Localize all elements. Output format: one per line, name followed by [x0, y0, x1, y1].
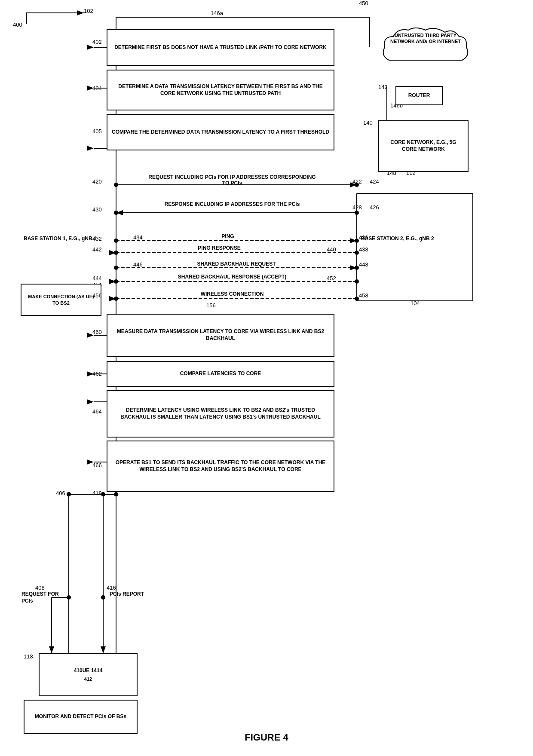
- step-466-box: OPERATE BS1 TO SEND ITS BACKHAUL TRAFFIC…: [107, 441, 334, 492]
- ref-406: 406: [56, 490, 65, 496]
- ue1-inner-label: UE 1: [83, 667, 94, 674]
- svg-point-30: [355, 251, 359, 255]
- svg-point-23: [355, 211, 359, 215]
- svg-point-26: [114, 239, 118, 243]
- ref-414-inner: 414: [94, 667, 102, 674]
- ref-442: 442: [92, 246, 102, 253]
- pcis-report-label: PCIs REPORT: [110, 591, 144, 598]
- svg-point-27: [355, 239, 359, 243]
- step-464-box: DETERMINE LATENCY USING WIRELESS LINK TO…: [107, 390, 334, 438]
- svg-point-51: [67, 595, 71, 600]
- router-box: ROUTER: [395, 86, 443, 105]
- ref-432: 432: [92, 236, 102, 242]
- ref-408: 408: [35, 585, 45, 591]
- ref-142: 142: [378, 84, 388, 90]
- make-connection-box: MAKE CONNECTION (AS UE) TO BS2: [21, 284, 101, 316]
- ue1-box: 410 UE 1 414 412: [39, 653, 138, 696]
- svg-point-36: [355, 279, 359, 284]
- svg-point-33: [355, 266, 359, 270]
- svg-point-46: [67, 492, 71, 496]
- svg-point-32: [114, 266, 118, 270]
- step-405-box: COMPARE THE DETERMINED DATA TRANSMISSION…: [107, 114, 334, 150]
- wireless-connection-label: WIRELESS CONNECTION: [150, 291, 314, 297]
- untrusted-network-label: UNTRUSTED THIRD PARTY NETWORK AND/ OR IN…: [387, 32, 464, 45]
- step-420-label: REQUEST INCLUDING PCIs FOR IP ADDRESSES …: [146, 174, 318, 186]
- ref-452: 452: [327, 275, 336, 282]
- ref-148: 148: [387, 170, 396, 176]
- ref-416: 416: [107, 585, 116, 591]
- ref-426: 426: [370, 204, 379, 211]
- ref-400: 400: [13, 21, 22, 28]
- ref-460: 460: [92, 329, 102, 335]
- ping-label: PING: [185, 233, 271, 239]
- svg-point-20: [114, 183, 118, 187]
- ref-464: 464: [92, 408, 102, 415]
- svg-point-35: [114, 279, 118, 284]
- untrusted-network-cloud: UNTRUSTED THIRD PARTY NETWORK AND/ OR IN…: [383, 26, 469, 82]
- svg-point-48: [67, 492, 71, 496]
- ref-420: 420: [92, 178, 102, 185]
- ref-112: 112: [406, 170, 416, 176]
- ref-428: 428: [352, 204, 362, 211]
- ref-466: 466: [92, 462, 102, 468]
- diagram-container: 146a 146b: [0, 0, 533, 756]
- step-460-box: MEASURE DATA TRANSMISSION LATENCY TO COR…: [107, 314, 334, 357]
- bs1-label: BASE STATION 1, E.G., gNB 1: [24, 236, 99, 242]
- ref-456: 456: [92, 292, 102, 299]
- svg-point-38: [114, 297, 118, 301]
- core-network-box: CORE NETWORK, E.G., 5G CORE NETWORK: [378, 120, 469, 172]
- ref-404: 404: [92, 85, 102, 92]
- step-402-box: DETERMINE FIRST BS DOES NOT HAVE A TRUST…: [107, 29, 334, 66]
- ref-405: 405: [92, 128, 102, 135]
- ref-440: 440: [327, 246, 336, 253]
- ref-156: 156: [206, 302, 216, 309]
- ref-410-inner: 410: [74, 667, 83, 674]
- ref-412-inner: 412: [74, 676, 103, 682]
- ref-424: 424: [370, 178, 379, 185]
- ping-response-label: PING RESPONSE: [150, 245, 288, 251]
- svg-point-24: [114, 211, 118, 215]
- ref-462: 462: [92, 370, 102, 377]
- figure-caption: FIGURE 4: [0, 732, 533, 743]
- ref-418: 418: [92, 490, 102, 496]
- ref-118: 118: [24, 653, 33, 660]
- bs2-label: BASE STATION 2, E.G., gNB 2: [361, 236, 447, 242]
- ref-104: 104: [410, 300, 420, 306]
- svg-point-57: [101, 595, 105, 600]
- ref-422: 422: [352, 178, 362, 185]
- ref-402: 402: [92, 39, 102, 45]
- step-430-label: RESPONSE INCLUDING IP ADDRESSES FOR THE …: [146, 201, 318, 207]
- svg-text:146a: 146a: [211, 10, 224, 16]
- ref-434: 434: [133, 234, 143, 241]
- ref-458: 458: [359, 292, 368, 299]
- step-404-box: DETERMINE A DATA TRANSMISSION LATENCY BE…: [107, 70, 334, 110]
- ref-430: 430: [92, 206, 102, 213]
- svg-point-39: [355, 297, 359, 301]
- step-462-box: COMPARE LATENCIES TO CORE: [107, 361, 334, 387]
- shared-backhaul-response-label: SHARED BACKHAUL RESPONSE (ACCEPT): [150, 274, 314, 280]
- monitor-box: MONITOR AND DETECT PCIs OF BSs: [24, 700, 138, 734]
- ref-448: 448: [359, 261, 368, 268]
- shared-backhaul-request-label: SHARED BACKHAUL REQUEST: [163, 261, 309, 267]
- svg-point-29: [114, 251, 118, 255]
- ref-140: 140: [363, 119, 373, 126]
- ref-102: 102: [84, 8, 93, 14]
- ref-444: 444: [92, 275, 102, 282]
- svg-point-47: [114, 492, 118, 496]
- ref-438: 438: [359, 246, 368, 253]
- request-pcis-label: REQUEST FOR PCIs: [21, 591, 60, 604]
- ref-450: 450: [359, 0, 368, 6]
- ref-446: 446: [133, 261, 143, 268]
